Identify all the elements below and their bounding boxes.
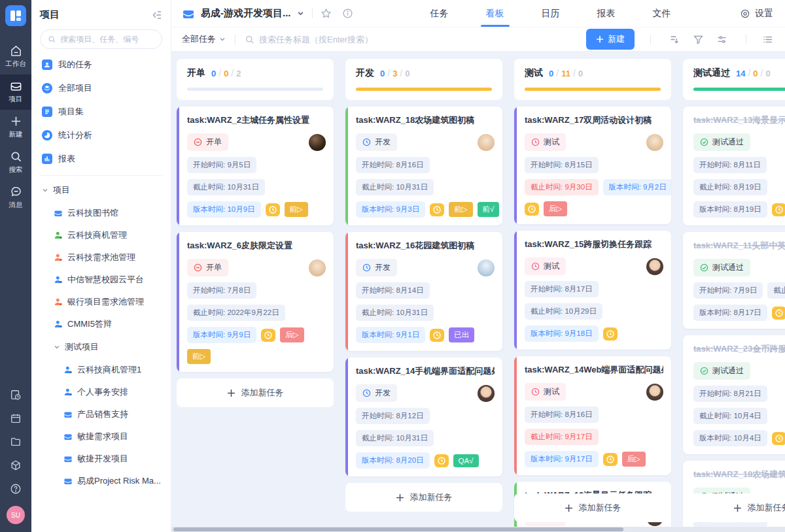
task-card[interactable]: task:WARZ_15跨服切换任务跟踪 测试 开始时间: 8月17日 截止时间…	[514, 231, 671, 350]
tree-item-project[interactable]: 云科技商机管理	[40, 224, 162, 246]
sidebar-search-input[interactable]	[60, 35, 154, 44]
assignee-avatar[interactable]	[478, 385, 495, 402]
project-switcher[interactable]: 易成-游戏开发项目...	[182, 7, 304, 20]
tree-item-project[interactable]: 云科技图书馆	[40, 202, 162, 224]
task-title: task:WARZ_14Web端界面适配问题处理	[525, 364, 663, 376]
task-card[interactable]: task:WARZ_13海景显示任务跟踪 测试通过 开始时间: 8月11日 截止…	[683, 107, 785, 225]
collapse-sidebar-icon[interactable]	[152, 10, 162, 20]
tab-files[interactable]: 文件	[653, 0, 671, 27]
tree-item-project[interactable]: CMMI5答辩	[40, 313, 162, 335]
tree-item-project[interactable]: 敏捷开发项目	[40, 448, 162, 470]
pause-circle-icon	[194, 138, 202, 146]
status-badge: 开发	[356, 384, 397, 402]
clock-tag-icon	[430, 203, 444, 216]
user-avatar[interactable]: SU	[7, 506, 25, 524]
sidebar-item-analytics[interactable]: 统计分析	[40, 124, 162, 147]
task-search-input[interactable]	[259, 35, 429, 44]
tree-group-label: 项目	[53, 184, 70, 196]
sidebar-item-project-sets[interactable]: 项目集	[40, 100, 162, 124]
due-date: 截止时间: 9月17日	[525, 429, 599, 445]
package-icon[interactable]	[10, 454, 22, 477]
sliders-icon[interactable]	[716, 34, 727, 45]
count-primary: 0	[211, 69, 216, 78]
plus-icon	[396, 493, 404, 502]
tree-item-project[interactable]: 云科技商机管理1	[40, 359, 162, 381]
recent-tasks-icon[interactable]	[10, 383, 22, 407]
info-icon[interactable]	[342, 8, 353, 19]
tab-calendar[interactable]: 日历	[542, 0, 560, 27]
assignee-avatar[interactable]	[646, 134, 663, 151]
assignee-avatar[interactable]	[478, 259, 495, 276]
add-task-button[interactable]: 添加新任务	[514, 493, 671, 522]
task-search[interactable]	[245, 35, 578, 44]
tree-group-test-projects[interactable]: 测试项目	[40, 335, 162, 359]
tree-item-project[interactable]: 中信智慧校园云平台	[40, 269, 162, 291]
help-icon[interactable]	[10, 477, 22, 501]
tab-reports[interactable]: 报表	[597, 0, 616, 27]
tree-item-project[interactable]: 银行项目需求池管理	[40, 291, 162, 313]
task-scope-dropdown[interactable]: 全部任务	[182, 33, 226, 45]
task-card[interactable]: task:WARZ_17双周活动设计初稿 测试 开始时间: 8月15日 截止时间…	[514, 107, 671, 224]
column-header[interactable]: 测试通过 14/0/0	[683, 59, 785, 100]
add-task-button[interactable]: 添加新任务	[345, 483, 502, 512]
task-card[interactable]: task:WARZ_14Web端界面适配问题处理 测试 开始时间: 8月16日 …	[514, 356, 671, 475]
tab-tasks[interactable]: 任务	[430, 0, 449, 27]
clock-tag-icon	[261, 329, 275, 342]
task-title: task:WARZ_23金币跨服使	[693, 343, 785, 355]
add-task-button[interactable]: 添加新任务	[177, 378, 334, 407]
message-icon	[10, 186, 22, 198]
sidebar-item-reports[interactable]: 报表	[40, 147, 162, 171]
task-card[interactable]: task:WARZ_6皮肤限定设置 开单 开始时间: 7月8日 截止时间: 20…	[177, 232, 334, 372]
rail-item-label: 项目	[9, 95, 23, 104]
rail-item-workbench[interactable]: 工作台	[0, 39, 31, 75]
calendar-icon[interactable]	[10, 407, 22, 430]
task-card[interactable]: task:WARZ_11头部中英文对 测试通过 开始时间: 7月9日 截止时间:…	[683, 232, 785, 329]
tree-item-project[interactable]: 产品销售支持	[40, 403, 162, 425]
app-logo[interactable]	[5, 5, 26, 26]
star-icon[interactable]	[321, 8, 332, 19]
due-date: 截止时间: 10月29日	[525, 303, 602, 320]
rail-item-projects[interactable]: 项目	[0, 75, 31, 110]
assignee-avatar[interactable]	[309, 134, 326, 151]
column-header[interactable]: 测试 0/11/0	[514, 59, 671, 100]
clock-icon	[362, 138, 371, 146]
tab-kanban[interactable]: 看板	[486, 0, 504, 27]
search-icon	[10, 150, 22, 163]
tree-group-projects[interactable]: 项目	[40, 178, 162, 202]
settings-button[interactable]: 设置	[740, 8, 773, 20]
assignee-avatar[interactable]	[478, 134, 495, 151]
sidebar-item-my-tasks[interactable]: 我的任务	[40, 53, 162, 76]
sidebar-search[interactable]	[40, 29, 162, 49]
rail-item-messages[interactable]: 消息	[0, 180, 31, 216]
new-task-button[interactable]: 新建	[586, 29, 635, 50]
column-progress-bar	[693, 88, 785, 91]
column-progress-bar	[187, 88, 323, 91]
tree-item-project[interactable]: 个人事务安排	[40, 381, 162, 403]
add-task-button[interactable]: 添加新任务	[683, 493, 785, 522]
task-card[interactable]: task:WARZ_16花园建筑图初稿 开发 开始时间: 8月14日 截止时间:…	[345, 232, 502, 351]
rail-item-search[interactable]: 搜索	[0, 145, 31, 180]
assignee-avatar[interactable]	[309, 259, 326, 276]
assignee-avatar[interactable]	[646, 258, 663, 275]
tree-item-project[interactable]: 云科技需求池管理	[40, 246, 162, 269]
column-header[interactable]: 开单 0/0/2	[177, 59, 334, 100]
person-icon	[63, 365, 73, 374]
task-card[interactable]: task:WARZ_18农场建筑图初稿 开发 开始时间: 8月16日 截止时间:…	[345, 107, 502, 225]
task-card[interactable]: task:WARZ_23金币跨服使 测试通过 开始时间: 8月21日 截止时间:…	[683, 335, 785, 454]
assignee-avatar[interactable]	[646, 384, 663, 401]
task-card[interactable]: task:WARZ_2主城任务属性设置 开单 开始时间: 9月5日 截止时间: …	[177, 107, 334, 225]
plus-icon	[596, 35, 604, 43]
rail-item-new[interactable]: 新建	[0, 110, 31, 145]
sidebar-item-all-projects[interactable]: 全部项目	[40, 76, 162, 100]
tree-item-project[interactable]: 易成Project Risk Ma...	[40, 470, 162, 492]
folder-icon[interactable]	[10, 430, 22, 454]
filter-icon[interactable]	[693, 34, 704, 45]
list-view-icon[interactable]	[762, 34, 773, 45]
person-icon	[54, 253, 63, 262]
status-badge: 开发	[356, 133, 397, 151]
scrollbar-thumb[interactable]	[173, 527, 623, 531]
sort-icon[interactable]	[669, 34, 680, 45]
task-card[interactable]: task:WARZ_14手机端界面适配问题处理 开发 开始时间: 8月12日 截…	[345, 357, 502, 476]
tree-item-project[interactable]: 敏捷需求项目	[40, 425, 162, 448]
column-header[interactable]: 开发 0/3/0	[345, 59, 502, 100]
